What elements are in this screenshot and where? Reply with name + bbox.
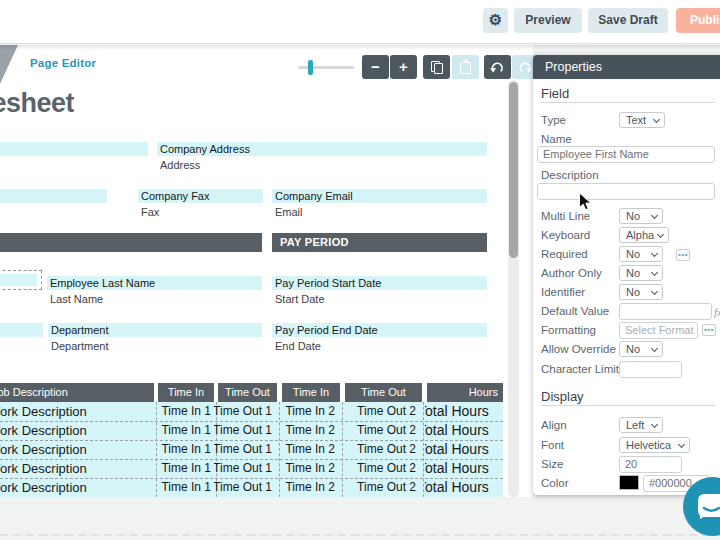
table-cell[interactable]: Total Hours [425, 478, 503, 497]
field-company-phone[interactable] [0, 189, 107, 203]
align-select[interactable]: Left [619, 417, 663, 433]
table-cell[interactable]: Time Out 2 [344, 478, 420, 497]
table-cell[interactable]: Time Out 1 [214, 459, 274, 478]
table-cell[interactable]: Time In 1 [157, 402, 213, 421]
table-cell[interactable]: Work Description [0, 402, 150, 421]
zoom-in-button[interactable]: + [390, 55, 417, 79]
chevron-down-icon [653, 116, 660, 123]
character-limit-label: Character Limit [541, 363, 619, 375]
copy-button[interactable] [423, 55, 450, 79]
timesheet-table-body[interactable]: Work DescriptionTime In 1Time Out 1Time … [0, 402, 503, 497]
table-cell[interactable]: Total Hours [425, 402, 503, 421]
keyboard-select[interactable]: Alpha [619, 227, 669, 243]
table-cell[interactable]: Total Hours [425, 440, 503, 459]
canvas-scrollbar-thumb[interactable] [509, 82, 518, 258]
table-cell[interactable]: Time Out 1 [214, 402, 274, 421]
field-label-last-name: Last Name [50, 293, 103, 305]
field-company-address[interactable]: Company Address [157, 142, 487, 156]
formatting-input[interactable]: Select Format [619, 322, 698, 339]
size-input[interactable]: 20 [619, 456, 682, 473]
fx-formula-icon[interactable]: fx [714, 306, 720, 318]
default-value-label: Default Value [541, 305, 609, 317]
save-draft-button[interactable]: Save Draft [588, 8, 668, 33]
identifier-select[interactable]: No [619, 284, 663, 300]
plus-icon: + [390, 55, 417, 78]
table-cell[interactable]: Time In 1 [157, 421, 213, 440]
table-cell[interactable]: Time In 1 [157, 440, 213, 459]
table-cell[interactable]: Time Out 1 [214, 421, 274, 440]
author-only-select[interactable]: No [619, 265, 663, 281]
table-cell[interactable]: Time In 2 [278, 402, 338, 421]
size-label: Size [541, 458, 563, 470]
table-row[interactable]: Work DescriptionTime In 1Time Out 1Time … [0, 421, 503, 440]
table-cell[interactable]: Time In 1 [157, 459, 213, 478]
table-cell[interactable]: Time In 1 [157, 478, 213, 497]
font-select[interactable]: Helvetica [619, 437, 690, 453]
field-department[interactable]: Department [48, 323, 262, 337]
preview-button[interactable]: Preview [514, 8, 582, 33]
field-company-fax[interactable]: Company Fax [138, 189, 263, 203]
publish-button[interactable]: Publish [676, 8, 720, 33]
zoom-out-button[interactable]: − [362, 55, 389, 79]
field-pay-period-end[interactable]: Pay Period End Date [272, 323, 487, 337]
table-row[interactable]: Work DescriptionTime In 1Time Out 1Time … [0, 402, 503, 421]
field-label-end-date: End Date [275, 340, 321, 352]
table-cell[interactable]: Time In 2 [278, 459, 338, 478]
table-cell[interactable]: Total Hours [425, 421, 503, 440]
chevron-down-icon [651, 212, 658, 219]
zoom-slider-thumb[interactable] [308, 60, 313, 75]
top-bar-shadow [0, 45, 720, 50]
table-cell[interactable]: Time In 2 [278, 421, 338, 440]
table-cell[interactable]: Work Description [0, 478, 150, 497]
description-input[interactable] [537, 183, 715, 200]
properties-panel: Properties Field Type Text Name Employee… [533, 55, 720, 495]
table-cell[interactable]: Time Out 2 [344, 421, 420, 440]
required-more-button[interactable]: ••• [676, 249, 690, 261]
field-company-email[interactable]: Company Email [272, 189, 487, 203]
table-header-time-in-2: Time In [282, 383, 340, 402]
table-cell[interactable]: Time In 2 [278, 440, 338, 459]
field-label-start-date: Start Date [275, 293, 325, 305]
type-select[interactable]: Text [619, 112, 665, 128]
undo-button[interactable] [484, 55, 511, 79]
allow-override-select[interactable]: No [619, 341, 663, 357]
field-employee-last-name[interactable]: Employee Last Name [47, 276, 262, 290]
character-limit-input[interactable] [619, 361, 682, 378]
chevron-down-icon [651, 269, 658, 276]
table-cell[interactable]: Total Hours [425, 459, 503, 478]
zoom-slider-track[interactable] [298, 66, 354, 69]
identifier-label: Identifier [541, 286, 585, 298]
table-cell[interactable]: Work Description [0, 421, 150, 440]
field-label-address: Address [160, 159, 200, 171]
table-row[interactable]: Work DescriptionTime In 1Time Out 1Time … [0, 440, 503, 459]
chat-messenger-button[interactable] [683, 477, 720, 536]
table-header-job-description: Job Description [0, 383, 154, 402]
field-label-fax: Fax [141, 206, 159, 218]
default-value-input[interactable] [619, 303, 712, 320]
table-cell[interactable]: Time Out 2 [344, 459, 420, 478]
section-bar-employee [0, 233, 262, 252]
table-row[interactable]: Work DescriptionTime In 1Time Out 1Time … [0, 478, 503, 497]
field-pay-period-start[interactable]: Pay Period Start Date [272, 276, 487, 290]
table-cell[interactable]: Time Out 1 [214, 478, 274, 497]
settings-gear-button[interactable]: ⚙ [483, 8, 508, 33]
field-company-name[interactable] [0, 142, 148, 156]
font-label: Font [541, 439, 564, 451]
table-cell[interactable]: Work Description [0, 459, 150, 478]
multi-line-select[interactable]: No [619, 208, 663, 224]
table-cell[interactable]: Time In 2 [278, 478, 338, 497]
table-cell[interactable]: Time Out 2 [344, 402, 420, 421]
table-cell[interactable]: Time Out 2 [344, 440, 420, 459]
paste-button[interactable] [452, 55, 479, 79]
chevron-down-icon [651, 288, 658, 295]
field-label-department: Department [51, 340, 108, 352]
field-left-cut[interactable] [0, 323, 43, 337]
table-cell[interactable]: Work Description [0, 440, 150, 459]
table-cell[interactable]: Time Out 1 [214, 440, 274, 459]
table-row[interactable]: Work DescriptionTime In 1Time Out 1Time … [0, 459, 503, 478]
name-input[interactable]: Employee First Name [537, 146, 715, 163]
mouse-cursor [578, 192, 592, 212]
formatting-more-button[interactable]: ••• [702, 324, 716, 336]
color-swatch[interactable] [619, 475, 639, 490]
required-select[interactable]: No [619, 246, 663, 262]
